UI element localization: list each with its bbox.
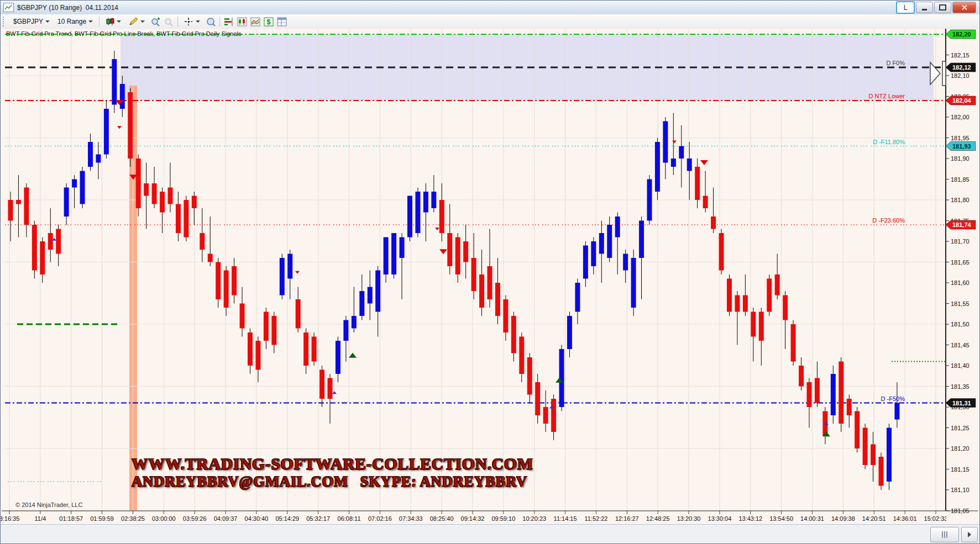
candle-style-button[interactable]	[102, 15, 125, 28]
fib-level-label: D -F23.60%	[872, 217, 905, 224]
time-axis-label: 14:36:01	[893, 515, 917, 522]
time-axis-label: 11/4	[35, 515, 46, 522]
candle-down	[799, 366, 804, 387]
candle-style-icon	[106, 17, 114, 26]
price-axis-label: 181,45	[951, 342, 969, 348]
chevron-down-icon	[117, 20, 121, 23]
panel-icon	[277, 17, 287, 27]
restore-button[interactable]	[934, 2, 951, 13]
chart-button[interactable]	[249, 15, 262, 28]
candle-up	[639, 221, 644, 258]
watermark-line1: WWW.TRADING-SOFTWARE-COLLECTION.COM	[132, 455, 533, 473]
candle-down	[455, 237, 460, 275]
candle-down	[136, 159, 141, 208]
candle-down	[479, 274, 484, 308]
crosshair-button[interactable]	[180, 15, 204, 28]
candle-down	[152, 183, 157, 204]
candle-up	[88, 142, 93, 167]
minimize-button[interactable]	[916, 2, 933, 13]
toolbar-grip[interactable]	[3, 17, 7, 27]
properties-panel-button[interactable]	[275, 15, 289, 28]
price-tag-label: 181,31	[952, 400, 971, 406]
chevron-down-icon	[45, 20, 50, 23]
interval-selector[interactable]: 10 Range	[54, 15, 97, 28]
candle-down	[815, 378, 820, 403]
candle-down	[847, 399, 852, 415]
time-axis-label: 02:38:25	[121, 515, 145, 522]
candle-down	[711, 216, 716, 229]
candle-down	[128, 92, 133, 159]
scrollbar-thumb[interactable]	[930, 527, 959, 542]
candle-down	[40, 241, 45, 274]
price-tag-label: 181,93	[952, 143, 971, 150]
time-axis-label: 14:00:31	[800, 515, 824, 522]
candle-down	[264, 312, 269, 341]
candle-down	[447, 233, 452, 266]
data-box-icon	[206, 17, 216, 27]
close-button[interactable]	[952, 2, 976, 13]
copyright-label: © 2014 NinjaTrader, LLC	[15, 501, 82, 508]
time-axis-label: 15:02:33	[924, 515, 948, 522]
time-axis-label: 11:14:15	[554, 515, 577, 522]
time-axis-label: 09:14:32	[461, 515, 485, 522]
candle-down	[200, 233, 205, 250]
candle-up	[631, 258, 636, 308]
candle-down	[767, 279, 772, 312]
candle-down	[208, 254, 213, 262]
zoom-in-button[interactable]	[149, 15, 162, 28]
time-axis-label: 06:08:11	[338, 515, 361, 522]
candle-up	[423, 192, 428, 213]
account-dollar-button[interactable]: $	[262, 15, 275, 28]
market-analyzer-button[interactable]	[235, 15, 249, 28]
time-axis-label: 03:00:00	[152, 515, 176, 522]
price-axis-label: 182,10	[951, 72, 969, 79]
candle-down	[319, 370, 324, 399]
candle-up	[384, 237, 389, 275]
scrollbar-right-arrow[interactable]	[961, 527, 978, 542]
chart-window: $GBPJPY (10 Range) 04.11.2014 L $GBPJPY …	[0, 0, 980, 544]
candle-down	[224, 271, 229, 308]
price-axis-label: 181,90	[951, 155, 969, 162]
candle-down	[184, 200, 188, 237]
price-axis-label: 181,25	[951, 425, 969, 431]
data-box-button[interactable]	[204, 15, 217, 28]
dollar-icon: $	[264, 17, 274, 27]
link-button[interactable]: L	[896, 1, 915, 14]
candle-down	[759, 312, 764, 341]
candle-up	[359, 291, 364, 316]
horizontal-scrollbar[interactable]	[1, 524, 980, 544]
price-axis-label: 181,20	[951, 445, 969, 452]
candle-up	[368, 287, 373, 304]
time-axis-label: 01:18:57	[59, 515, 83, 522]
candle-up	[679, 146, 684, 159]
instrument-label: $GBPJPY	[13, 18, 43, 25]
title-bar[interactable]: $GBPJPY (10 Range) 04.11.2014 L	[1, 1, 979, 15]
indicator-label: BWT Fib Grid Pro Trend, BWT Fib Grid Pro…	[6, 30, 241, 37]
candle-down	[695, 167, 700, 200]
candle-down	[303, 332, 308, 366]
candle-down	[751, 312, 756, 337]
candle-down	[271, 316, 276, 345]
candle-up	[352, 316, 357, 329]
price-axis-label: 181,80	[951, 197, 969, 203]
instrument-selector[interactable]: $GBPJPY	[9, 15, 54, 28]
price-axis-label: 181,10	[951, 487, 969, 493]
candle-down	[543, 407, 548, 424]
drawing-tools-button[interactable]	[125, 15, 149, 28]
chart-trader-button[interactable]	[222, 15, 235, 28]
zoom-out-button[interactable]	[162, 15, 175, 28]
price-axis-label: 182,15	[951, 52, 969, 59]
candle-up	[72, 179, 77, 188]
candle-down	[240, 304, 245, 329]
candle-up	[671, 159, 676, 167]
price-chart[interactable]: 3:16:3511/401:18:5701:59:5902:38:2503:00…	[1, 29, 980, 524]
candle-up	[591, 241, 596, 266]
candle-down	[471, 258, 476, 291]
fib-level-label: D -F50%	[881, 395, 905, 402]
price-tag-label: 182,12	[952, 64, 971, 71]
candle-down	[16, 200, 21, 204]
price-axis-label: 181,70	[951, 238, 969, 245]
chevron-down-icon	[140, 20, 145, 23]
candle-down	[783, 295, 788, 320]
fib-level-label: D -F11.80%	[873, 139, 905, 145]
